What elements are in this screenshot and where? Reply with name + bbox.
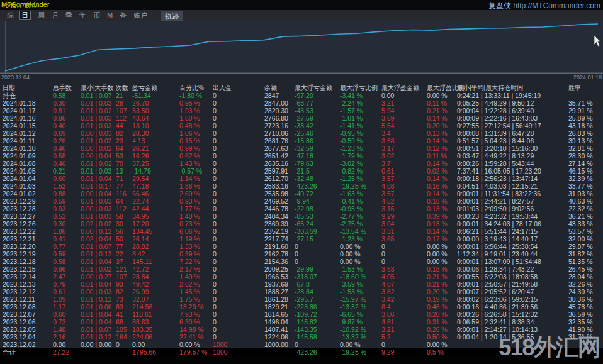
table-row[interactable]: 2024.01.150.400.01 | 0.034413.100.48 %02… bbox=[0, 122, 603, 130]
table-cell: 0.01 | 0.03 bbox=[81, 212, 116, 220]
table-row[interactable]: 2023.12.130.790.01 | 0.049349.422.62 %01… bbox=[0, 280, 603, 288]
column-header: 次数 bbox=[116, 84, 132, 92]
table-row[interactable]: 2023.12.190.590.01 | 0.12228.420.39 %021… bbox=[0, 250, 603, 258]
table-cell: -143.35 bbox=[295, 326, 340, 333]
table-row[interactable]: 2023.12.051.480.01 | 0.07105183.3514.98 … bbox=[0, 326, 603, 333]
table-cell: 3.4 bbox=[381, 130, 427, 137]
table-row[interactable]: 2023.12.120.610.00 | 0.038226.991.45 %01… bbox=[0, 288, 603, 295]
table-cell: 214.56 bbox=[132, 303, 179, 311]
table-cell: 3.57 bbox=[381, 175, 427, 182]
table-cell: 164 bbox=[116, 333, 132, 341]
table-row[interactable]: 2023.12.280.930.00 | 0.0311242.441.77 %0… bbox=[0, 205, 603, 212]
table-cell: 0 bbox=[213, 92, 264, 99]
table-cell: -40.72 bbox=[295, 190, 340, 197]
table-row[interactable]: 2023.12.150.960.01 | 0.0212142.722.17 %0… bbox=[0, 265, 603, 273]
table-cell: 0 bbox=[213, 107, 264, 114]
table-cell: 50 bbox=[116, 235, 132, 243]
table-cell: 53.57 % bbox=[568, 228, 603, 235]
table-cell: 0.01 | 0.02 bbox=[81, 265, 116, 273]
table-cell: 2651.42 bbox=[264, 152, 295, 160]
table-row[interactable]: 2024.01.050.210.01 | 0.0313-14.79-0.57 %… bbox=[0, 167, 603, 175]
table-cell: 1.17 bbox=[53, 303, 81, 311]
chart-axis-labels: 2023.12.04 2024.01.18 bbox=[0, 74, 603, 82]
table-cell: 2023.12.15 bbox=[3, 265, 53, 273]
table-cell: -1.53 % bbox=[340, 265, 381, 273]
table-cell: 29.54 bbox=[132, 175, 179, 182]
table-row[interactable]: 2023.12.270.520.01 | 0.035834.951.48 %02… bbox=[0, 212, 603, 220]
table-cell: 0.01 | 0.02 bbox=[81, 137, 116, 145]
table-cell: -32.59 bbox=[295, 145, 340, 152]
table-cell: 2024.01.12 bbox=[3, 130, 53, 137]
table-row[interactable]: 2024.01.110.260.01 | 0.02234.130.15 %026… bbox=[0, 137, 603, 145]
table-cell: 0:00:01 | 2:14:27 | 10:14:13 bbox=[457, 326, 568, 333]
table-row[interactable]: 2024.01.090.580.00 | 0.045316.260.62 %02… bbox=[0, 152, 603, 160]
table-cell: -223.86 bbox=[295, 303, 340, 311]
table-cell: -15.97 % bbox=[340, 295, 381, 303]
table-cell: -67.8 bbox=[295, 280, 340, 288]
table-row[interactable]: 2023.12.200.770.01 | 0.077728.821.33 %02… bbox=[0, 243, 603, 250]
menu-item-账户[interactable]: 账户 bbox=[133, 11, 147, 19]
table-row[interactable]: 2023.12.221.860.00 | 0.1256134.456.06 %0… bbox=[0, 228, 603, 235]
table-cell: -1.23 % bbox=[340, 145, 381, 152]
table-cell: 0.93 bbox=[53, 205, 81, 212]
table-cell: 0 bbox=[213, 114, 264, 122]
menu-item-月[interactable]: 月 bbox=[52, 11, 59, 19]
menu-item-备[interactable]: 备 bbox=[120, 11, 127, 19]
table-row[interactable]: 2023.12.290.590.01 | 0.036422.740.93 %02… bbox=[0, 197, 603, 205]
table-cell: 0.46 % bbox=[427, 303, 457, 311]
axis-end-date: 2024.01.18 bbox=[573, 74, 602, 80]
table-row[interactable]: 2024.01.040.600.01 | 0.047129.541.14 %02… bbox=[0, 175, 603, 182]
menu-item-综[interactable]: 综 bbox=[7, 11, 14, 19]
table-cell: 0.02 | 0.04 bbox=[81, 235, 116, 243]
menu-item-周[interactable]: 周 bbox=[38, 11, 45, 19]
table-cell: 0:06:59 | 2:32:41 | 8:38:34 bbox=[457, 318, 568, 326]
table-row[interactable]: 2023.12.210.410.02 | 0.045026.141.19 %02… bbox=[0, 235, 603, 243]
table-cell: 0:00:01 | 6:56:44 | 25:38:54 bbox=[457, 243, 568, 250]
table-row[interactable]: 2024.01.100.460.00 | 0.026426.210.99 %02… bbox=[0, 145, 603, 152]
table-cell: 32.00 % bbox=[568, 235, 603, 243]
table-cell: 0:00:01 | 34:24:03 | 78:17:06 bbox=[457, 220, 568, 228]
table-cell: 118.61 bbox=[132, 311, 179, 318]
table-row[interactable]: 2023.12.260.300.02 | 0.023017.200.73 %02… bbox=[0, 220, 603, 228]
table-row[interactable]: 2023.12.111.090.01 | 0.127332.071.75 %01… bbox=[0, 295, 603, 303]
table-cell: 0:01:03 | 2:09:50 | 9:02:56 bbox=[457, 205, 568, 212]
menu-item-年[interactable]: 年 bbox=[79, 11, 86, 19]
table-row[interactable]: 2023.12.070.600.01 | 0.0441118.617.93 %0… bbox=[0, 311, 603, 318]
table-cell: 37.25 bbox=[132, 160, 179, 167]
table-cell: -2.75 % bbox=[340, 220, 381, 228]
table-row[interactable]: 2024.01.120.690.00 | 0.038228.301.06 %02… bbox=[0, 130, 603, 137]
table-row[interactable]: 2024.01.080.460.01 | 0.027037.251.43 %02… bbox=[0, 160, 603, 167]
table-row[interactable]: 持仓0.580.01 | 0.0721-51.34-1.80 %02847-97… bbox=[0, 92, 603, 99]
equity-chart[interactable] bbox=[0, 21, 603, 74]
table-cell: 0.99 % bbox=[179, 145, 213, 152]
table-row[interactable]: 2023.12.060.730.01 | 0.046888.636.30 %01… bbox=[0, 318, 603, 326]
table-cell: 56 bbox=[116, 228, 132, 235]
table-row[interactable]: 2023.12.081.170.01 | 0.0683214.5613.29 %… bbox=[0, 303, 603, 311]
table-row[interactable]: 2024.01.020.880.00 | 0.0411666.462.69 %0… bbox=[0, 190, 603, 197]
table-row[interactable]: 2023.12.180.580.01 | 0.0437145.117.22 %0… bbox=[0, 258, 603, 265]
table-cell: 0.18 % bbox=[427, 265, 457, 273]
table-cell: 71 bbox=[116, 175, 132, 182]
table-cell: 9.29 bbox=[381, 212, 427, 220]
table-cell: -6.65 % bbox=[340, 311, 381, 318]
table-row[interactable]: 2024.01.170.810.01 | 0.0210753.501.93 %0… bbox=[0, 107, 603, 114]
table-cell: 33.77 % bbox=[568, 182, 603, 190]
menu-item-日[interactable]: 日 bbox=[19, 11, 31, 20]
table-cell: 0:00:23 | 4:23:32 | 19:53:44 bbox=[457, 212, 568, 220]
table-row[interactable]: 2024.01.180.300.01 | 0.032826.700.95 %02… bbox=[0, 99, 603, 107]
table-cell: -1.79 % bbox=[340, 152, 381, 160]
table-cell: 0.01 | 0.02 bbox=[81, 160, 116, 167]
menu-item-币[interactable]: 币 bbox=[93, 11, 100, 19]
table-cell: 0 bbox=[295, 243, 340, 250]
table-cell: 0.00 % bbox=[427, 258, 457, 265]
table-cell: -22.98 bbox=[295, 205, 340, 212]
table-cell: 64 bbox=[116, 197, 132, 205]
table-row[interactable]: 2023.12.142.470.00 | 0.2710728.841.49 %0… bbox=[0, 273, 603, 280]
menu-item-M[interactable]: M bbox=[107, 11, 113, 19]
brand-url: http://MTCommander.com bbox=[513, 1, 600, 10]
menu-item-季[interactable]: 季 bbox=[65, 11, 72, 19]
table-cell: 0 bbox=[213, 167, 264, 175]
table-cell: 0.86 bbox=[53, 114, 81, 122]
table-row[interactable]: 2024.01.031.520.01 | 0.177747.181.86 %02… bbox=[0, 182, 603, 190]
table-row[interactable]: 2024.01.160.860.01 | 0.0311243.641.60 %0… bbox=[0, 114, 603, 122]
